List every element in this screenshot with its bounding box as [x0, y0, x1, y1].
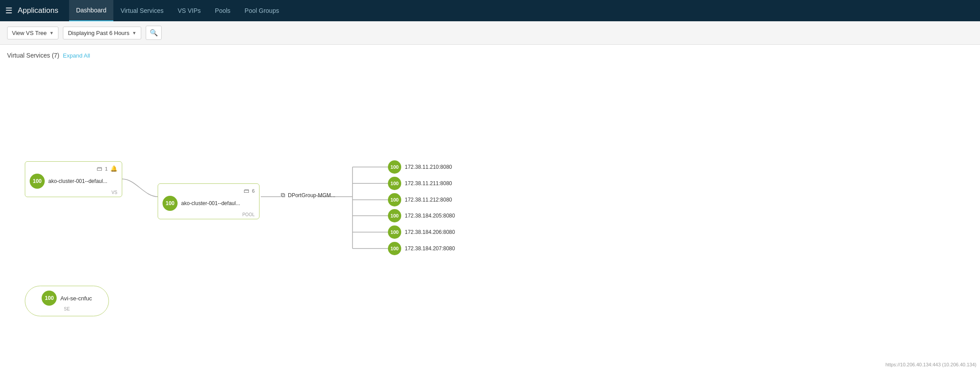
menu-icon[interactable]: ☰ [5, 6, 12, 16]
server-label-2: 172.38.11.212:8080 [405, 197, 452, 203]
server-badge-4: 100 [388, 225, 401, 239]
vs-node-label: ako-cluster-001--defaul... [48, 178, 107, 184]
server-label-5: 172.38.184.207:8080 [405, 245, 455, 252]
nav-item-pools[interactable]: Pools [208, 0, 237, 21]
main-content: Virtual Services (7) Expand All 🗃 1 🔔 10… [0, 45, 980, 369]
se-node-body: 100 Avi-se-cnfuc [42, 291, 92, 306]
pool-node-body: 100 ako-cluster-001--defaul... [163, 196, 255, 211]
server-badge-0: 100 [388, 160, 401, 174]
toolbar: View VS Tree ▼ Displaying Past 6 Hours ▼… [0, 21, 980, 45]
time-chevron-icon: ▼ [132, 31, 136, 35]
vs-count-badge: 1 [105, 166, 108, 171]
view-dropdown[interactable]: View VS Tree ▼ [7, 27, 58, 39]
page-footer: https://10.206.40.134:443 (10.206.40.134… [882, 360, 980, 369]
portgroup-node[interactable]: ⧉ DPortGroup-MGM... [281, 191, 335, 199]
vs-tree-area: 🗃 1 🔔 100 ako-cluster-001--defaul... VS … [7, 66, 973, 332]
pool-node-footer: POOL [163, 212, 255, 217]
vs-node-footer: VS [30, 190, 117, 195]
server-label-1: 172.38.11.211:8080 [405, 180, 452, 186]
server-badge-5: 100 [388, 242, 401, 255]
server-badge-3: 100 [388, 209, 401, 222]
nav-item-virtual-services[interactable]: Virtual Services [113, 0, 170, 21]
server-node-1[interactable]: 100 172.38.11.211:8080 [388, 177, 452, 190]
pool-db-icon: 🗃 [244, 187, 249, 194]
se-node[interactable]: 100 Avi-se-cnfuc SE [25, 286, 109, 316]
search-icon: 🔍 [150, 29, 158, 37]
server-node-0[interactable]: 100 172.38.11.210:8080 [388, 160, 452, 174]
section-title-row: Virtual Services (7) Expand All [7, 52, 973, 59]
app-title: Applications [18, 6, 58, 15]
view-chevron-icon: ▼ [50, 31, 54, 35]
vs-node[interactable]: 🗃 1 🔔 100 ako-cluster-001--defaul... VS [25, 161, 122, 197]
nav-item-vs-vips[interactable]: VS VIPs [170, 0, 208, 21]
server-node-2[interactable]: 100 172.38.11.212:8080 [388, 193, 452, 206]
search-button[interactable]: 🔍 [146, 26, 162, 40]
db-icon: 🗃 [97, 165, 102, 172]
pool-node-label: ako-cluster-001--defaul... [181, 200, 240, 206]
vs-node-top-icons: 🗃 1 🔔 [30, 165, 117, 172]
vs-node-body: 100 ako-cluster-001--defaul... [30, 174, 117, 189]
server-node-4[interactable]: 100 172.38.184.206:8080 [388, 225, 455, 239]
server-badge-1: 100 [388, 177, 401, 190]
pool-node-top-icons: 🗃 6 [163, 187, 255, 194]
header: ☰ Applications Dashboard Virtual Service… [0, 0, 980, 21]
portgroup-label: DPortGroup-MGM... [288, 192, 335, 198]
main-nav: Dashboard Virtual Services VS VIPs Pools… [69, 0, 287, 21]
server-label-3: 172.38.184.205:8080 [405, 213, 455, 219]
server-badge-2: 100 [388, 193, 401, 206]
server-label-0: 172.38.11.210:8080 [405, 164, 452, 170]
portgroup-icon: ⧉ [281, 191, 285, 199]
se-node-footer: SE [64, 307, 70, 311]
pool-node[interactable]: 🗃 6 100 ako-cluster-001--defaul... POOL [158, 183, 260, 219]
server-label-4: 172.38.184.206:8080 [405, 229, 455, 235]
expand-all-link[interactable]: Expand All [63, 52, 90, 59]
pool-badge: 100 [163, 196, 178, 211]
view-dropdown-label: View VS Tree [12, 30, 47, 36]
se-node-label: Avi-se-cnfuc [60, 295, 92, 302]
se-badge: 100 [42, 291, 57, 306]
nav-item-dashboard[interactable]: Dashboard [69, 0, 114, 21]
server-node-5[interactable]: 100 172.38.184.207:8080 [388, 242, 455, 255]
time-dropdown-label: Displaying Past 6 Hours [68, 30, 129, 36]
nav-item-pool-groups[interactable]: Pool Groups [237, 0, 286, 21]
connector-lines [7, 66, 973, 332]
section-title-text: Virtual Services (7) [7, 52, 59, 59]
bell-icon: 🔔 [110, 165, 117, 172]
server-node-3[interactable]: 100 172.38.184.205:8080 [388, 209, 455, 222]
time-dropdown[interactable]: Displaying Past 6 Hours ▼ [63, 27, 141, 39]
pool-count-badge: 6 [252, 188, 255, 194]
footer-text: https://10.206.40.134:443 (10.206.40.134… [886, 362, 977, 367]
vs-badge: 100 [30, 174, 45, 189]
